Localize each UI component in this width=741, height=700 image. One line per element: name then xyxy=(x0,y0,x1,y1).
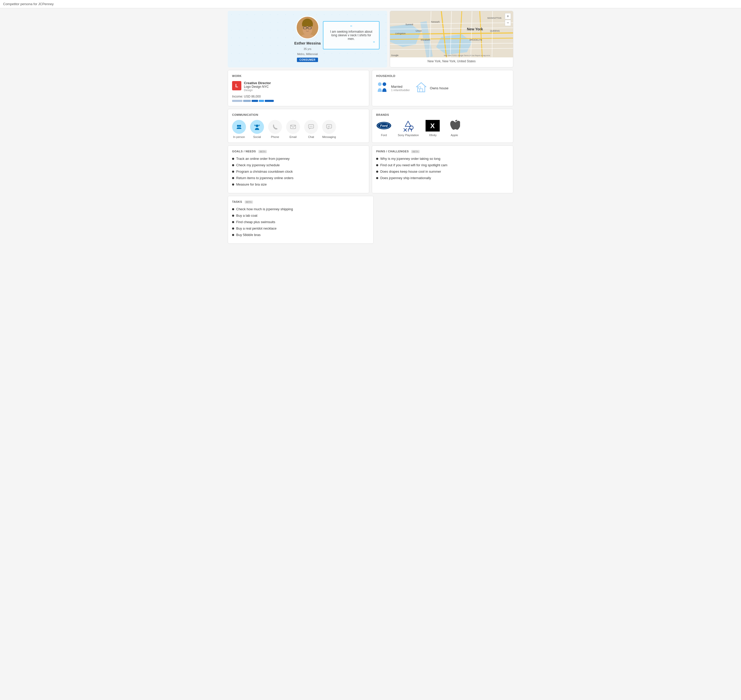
tasks-row: TASKS BETA Check how much is jcpenney sh… xyxy=(228,196,513,244)
comm-brands-row: COMMUNICATION In person xyxy=(228,109,513,143)
svg-rect-9 xyxy=(302,24,313,26)
goals-list: Track an online order from jcpenney Chec… xyxy=(232,157,365,186)
brands-items: Ford Ford xyxy=(376,120,509,137)
svg-text:Newark: Newark xyxy=(431,20,440,23)
svg-rect-55 xyxy=(326,125,332,128)
comm-phone: Phone xyxy=(268,120,282,138)
ford-name: Ford xyxy=(381,134,387,137)
work-title: WORK xyxy=(232,74,365,78)
comm-items: In person Social xyxy=(232,120,365,138)
svg-point-39 xyxy=(378,82,382,86)
chat-icon xyxy=(304,120,318,134)
brand-apple: Apple xyxy=(447,120,462,137)
apple-logo xyxy=(447,120,462,131)
svg-rect-42 xyxy=(420,89,423,92)
email-icon xyxy=(286,120,300,134)
goals-title: GOALS / NEEDS BETA xyxy=(232,150,365,153)
svg-text:Union: Union xyxy=(416,29,422,32)
bullet-dot xyxy=(232,184,234,185)
list-item: Return items to jcpenney online orders xyxy=(232,176,365,180)
income-seg-3 xyxy=(251,100,258,102)
bullet-dot xyxy=(232,177,234,179)
bullet-dot xyxy=(376,164,378,166)
svg-point-47 xyxy=(256,125,258,127)
persona-location: Metro, Millennial xyxy=(297,53,318,56)
tasks-card: TASKS BETA Check how much is jcpenney sh… xyxy=(228,196,373,244)
comm-messaging: Messaging xyxy=(322,120,336,138)
goals-card: GOALS / NEEDS BETA Track an online order… xyxy=(228,146,369,193)
svg-point-53 xyxy=(311,126,312,127)
bullet-dot xyxy=(232,234,234,236)
messaging-label: Messaging xyxy=(322,135,336,138)
tasks-title-text: TASKS xyxy=(232,200,242,203)
brand-playstation: Sony Playstation xyxy=(398,120,419,137)
company-name: Logo Design NYC xyxy=(244,85,271,88)
pains-beta-badge: BETA xyxy=(411,150,420,153)
email-label: Email xyxy=(290,135,297,138)
brands-title: BRANDS xyxy=(376,113,509,116)
bullet-dot xyxy=(232,208,234,210)
tasks-list: Check how much is jcpenney shipping Buy … xyxy=(232,207,369,237)
bullet-dot xyxy=(232,171,234,173)
social-icon xyxy=(250,120,264,134)
page-title: Competitor persona for JCPenney xyxy=(0,0,741,8)
svg-text:New York: New York xyxy=(467,27,483,31)
apple-name: Apple xyxy=(451,134,458,137)
zoom-in-button[interactable]: + xyxy=(505,13,511,19)
map-image: New York Newark MANHATTAN QUEENS BROOKLY… xyxy=(390,11,513,57)
brands-card: BRANDS Ford Ford xyxy=(372,109,513,143)
list-item: Track an online order from jcpenney xyxy=(232,157,365,160)
svg-text:Ford: Ford xyxy=(380,124,388,128)
svg-text:MANHATTAN: MANHATTAN xyxy=(487,17,501,19)
work-card: WORK L Creative Director Logo Design NYC… xyxy=(228,70,369,106)
comm-title: COMMUNICATION xyxy=(232,113,365,116)
ford-logo: Ford xyxy=(376,120,392,131)
list-item: Measure for bra size xyxy=(232,182,365,186)
bullet-dot xyxy=(232,228,234,229)
playstation-logo xyxy=(401,120,416,131)
persona-card: Esther Messina 35 yrs Metro, Millennial … xyxy=(228,11,387,68)
tasks-beta-badge: BETA xyxy=(245,200,253,204)
household-married: Married 1 infant/toddler xyxy=(376,81,410,95)
svg-point-44 xyxy=(237,125,239,127)
list-item: Buy a lab coat xyxy=(232,213,369,218)
list-item: Why is my jcpenney order taking so long xyxy=(376,157,509,160)
list-item: Buy a real peridot necklace xyxy=(232,226,369,230)
quote-close: " xyxy=(328,41,375,46)
svg-text:Livingston: Livingston xyxy=(395,32,406,35)
inperson-icon xyxy=(232,120,246,134)
avatar xyxy=(296,16,319,39)
hero-section: Esther Messina 35 yrs Metro, Millennial … xyxy=(228,11,513,68)
income-seg-5 xyxy=(265,100,274,102)
household-items: Married 1 infant/toddler Owns xyxy=(376,81,509,95)
svg-rect-43 xyxy=(419,87,420,89)
list-item: Check my jcpenney schedule xyxy=(232,163,365,167)
household-title: HOUSEHOLD xyxy=(376,74,509,78)
bullet-dot xyxy=(232,221,234,223)
income-seg-1 xyxy=(232,100,243,102)
svg-text:BROOKLYN: BROOKLYN xyxy=(469,38,482,41)
department: Design xyxy=(244,88,271,92)
list-item: Does jcpenney ship internationally xyxy=(376,176,509,180)
quote-open: " xyxy=(328,25,375,30)
work-company: L Creative Director Logo Design NYC Desi… xyxy=(232,81,365,92)
bullet-dot xyxy=(232,158,234,160)
svg-point-54 xyxy=(312,126,313,127)
empty-spacer xyxy=(376,196,513,244)
svg-text:Summit: Summit xyxy=(406,23,413,26)
list-item: Buy 58dd/e bras xyxy=(232,233,369,237)
company-logo: L xyxy=(232,81,241,90)
income-seg-2 xyxy=(243,100,251,102)
playstation-name: Sony Playstation xyxy=(398,134,419,137)
owns-house-label: Owns house xyxy=(430,86,448,90)
persona-info: Esther Messina 35 yrs Metro, Millennial … xyxy=(294,16,321,62)
income-bar xyxy=(232,100,365,102)
quote-box: " I am seeking information about long sl… xyxy=(323,21,379,49)
list-item: Program a christmas countdown clock xyxy=(232,170,365,174)
inperson-label: In person xyxy=(233,135,245,138)
svg-point-52 xyxy=(310,126,310,127)
job-title: Creative Director xyxy=(244,81,271,85)
pains-title: PAINS / CHALLENGES BETA xyxy=(376,150,509,153)
comm-chat: Chat xyxy=(304,120,318,138)
zoom-out-button[interactable]: − xyxy=(505,20,511,26)
